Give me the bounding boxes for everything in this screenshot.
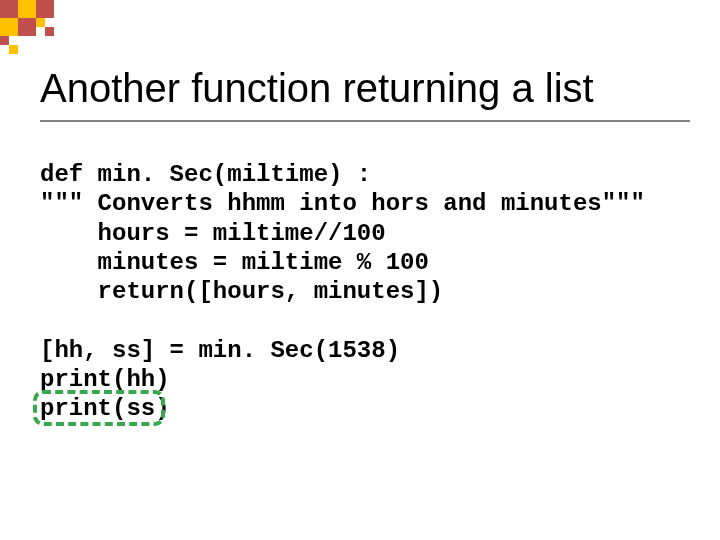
code-line: print(ss): [40, 395, 170, 422]
deco-square: [0, 18, 18, 36]
code-line: print(hh): [40, 366, 170, 393]
deco-square: [45, 27, 54, 36]
title-underline: [40, 120, 690, 122]
deco-square: [18, 0, 36, 18]
deco-square: [9, 45, 18, 54]
corner-decoration: [0, 0, 90, 52]
code-line: hours = miltime//100: [40, 220, 386, 247]
code-line: def min. Sec(miltime) :: [40, 161, 371, 188]
code-line: """ Converts hhmm into hors and minutes"…: [40, 190, 645, 217]
slide-title: Another function returning a list: [40, 66, 690, 110]
code-line: [hh, ss] = min. Sec(1538): [40, 337, 400, 364]
code-line: minutes = miltime % 100: [40, 249, 429, 276]
deco-square: [36, 18, 45, 27]
slide: Another function returning a list def mi…: [0, 0, 720, 540]
title-area: Another function returning a list: [40, 66, 690, 110]
deco-square: [0, 36, 9, 45]
code-line: return([hours, minutes]): [40, 278, 443, 305]
deco-square: [36, 0, 54, 18]
code-block: def min. Sec(miltime) : """ Converts hhm…: [40, 160, 645, 423]
deco-square: [18, 18, 36, 36]
deco-square: [0, 0, 18, 18]
